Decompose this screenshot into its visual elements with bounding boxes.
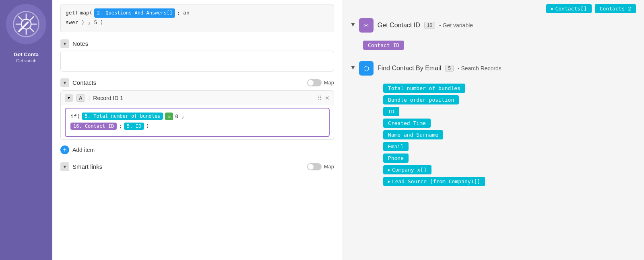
record-divider: | — [89, 95, 90, 101]
f-tag-total-bundles[interactable]: 5. Total number of bundles — [82, 113, 163, 120]
find-contact-subtitle: - Search Records — [458, 65, 502, 72]
tags-row-7: ▶ Company x[] — [383, 165, 636, 174]
tags-row-4: Name and Surname — [383, 130, 636, 139]
tag-total-bundles[interactable]: Total number of bundles — [383, 84, 465, 93]
find-contact-badge: 5 — [445, 65, 454, 72]
find-contact-content: ⬡ Find Contact By Email 5 - Search Recor… — [359, 61, 636, 186]
get-contact-subtitle: - Get variable — [439, 22, 473, 29]
tag-bundle-order[interactable]: Bundle order position — [383, 95, 459, 104]
add-item-button[interactable]: + — [60, 145, 69, 154]
contacts-header: ▼ Contacts Map — [60, 78, 334, 87]
sidebar-sublabel: Get variab — [13, 58, 40, 63]
tags-row-8: ▶ Lead Source (from Company)[] — [383, 177, 636, 186]
find-contact-dropdown-arrow[interactable]: ▼ — [350, 64, 356, 71]
tag-id[interactable]: ID — [383, 107, 399, 116]
code-block: get( map( 2. Questions And Answers[] ; a… — [60, 4, 334, 32]
record-header: ▼ A | Record ID 1 ⠿ ✕ — [61, 91, 334, 105]
tags-row-6: Phone — [383, 154, 636, 163]
get-contact-dropdown-arrow[interactable]: ▼ — [350, 21, 356, 28]
right-panel: ▶ Contacts[] Contacts 2 ▼ ✂ Get Contact … — [342, 0, 644, 260]
smart-links-toggle-switch[interactable] — [307, 163, 322, 170]
smart-links-header: ▼ Smart links Map — [60, 162, 334, 171]
contacts-map-label: Map — [324, 80, 334, 86]
record-actions: ⠿ ✕ — [318, 95, 330, 101]
left-panel: get( map( 2. Questions And Answers[] ; a… — [52, 0, 342, 260]
sidebar-logo — [6, 4, 46, 44]
tag-lead-source[interactable]: ▶ Lead Source (from Company)[] — [383, 177, 485, 186]
close-icon[interactable]: ✕ — [325, 95, 330, 101]
svg-line-6 — [19, 16, 23, 21]
contacts-title: Contacts — [72, 79, 96, 86]
code-semi-an: ; an — [177, 9, 189, 17]
sidebar: Get Conta Get variab — [0, 0, 52, 260]
contacts-array-label: Contacts[] — [555, 6, 586, 12]
find-contact-title: Find Contact By Email — [378, 65, 441, 72]
tag-name-surname[interactable]: Name and Surname — [383, 130, 443, 139]
find-contact-row: ▼ ⬡ Find Contact By Email 5 - Search Rec… — [350, 61, 636, 186]
tags-row-0: Total number of bundles — [383, 84, 636, 93]
notes-title: Notes — [72, 40, 88, 47]
f-tag-5-id[interactable]: 5. ID — [124, 123, 144, 130]
contacts-left: ▼ Contacts — [60, 78, 96, 87]
lead-source-label: Lead Source (from Company)[] — [392, 178, 480, 184]
tag-phone[interactable]: Phone — [383, 154, 409, 163]
f-close: ) — [146, 123, 149, 129]
tag-email[interactable]: Email — [383, 142, 409, 151]
company-label: Company x[] — [392, 167, 427, 173]
code-get: get( — [66, 9, 78, 17]
f-tag-equals[interactable]: = — [165, 113, 173, 120]
drag-icon[interactable]: ⠿ — [318, 95, 322, 101]
f-if: if( — [70, 113, 80, 119]
get-contact-block: ✂ Get Contact ID 16 - Get variable — [359, 18, 473, 33]
find-contact-block: ⬡ Find Contact By Email 5 - Search Recor… — [359, 61, 636, 76]
tags-row-2: ID — [383, 107, 636, 116]
add-item-label: Add item — [72, 147, 95, 153]
record-chevron[interactable]: ▼ — [65, 94, 73, 102]
smart-links-section: ▼ Smart links Map — [52, 159, 342, 174]
smart-links-title: Smart links — [72, 163, 102, 170]
sidebar-label: Get Conta — [10, 51, 42, 57]
f-zero: 0 ; — [175, 113, 184, 119]
contacts-2-tag[interactable]: Contacts 2 — [595, 4, 636, 13]
contacts-chevron[interactable]: ▼ — [60, 78, 69, 87]
contacts-arrow-icon: ▶ — [551, 6, 553, 11]
tags-row-3: Created Time — [383, 119, 636, 128]
tag-created-time[interactable]: Created Time — [383, 119, 431, 128]
get-contact-icon: ✂ — [359, 18, 374, 33]
sidebar-icon — [12, 10, 40, 38]
code-line-2: swer ) ; 5 ) — [66, 18, 329, 27]
contact-id-row: Contact ID — [363, 41, 473, 50]
f-semi: ; — [119, 123, 122, 129]
tags-row-5: Email — [383, 142, 636, 151]
notes-chevron[interactable]: ▼ — [60, 39, 69, 48]
contacts-map-toggle: Map — [307, 79, 334, 86]
code-map: map( — [80, 9, 92, 17]
contact-id-tag[interactable]: Contact ID — [363, 41, 404, 50]
smart-links-toggle-knob — [308, 164, 314, 170]
record-item: ▼ A | Record ID 1 ⠿ ✕ if( 5. Total numbe… — [60, 90, 334, 140]
contacts-toggle-switch[interactable] — [307, 79, 322, 86]
right-top-tags: ▶ Contacts[] Contacts 2 — [350, 4, 636, 13]
add-item-row: + Add item — [60, 143, 334, 156]
smart-links-left: ▼ Smart links — [60, 162, 102, 171]
notes-input[interactable] — [60, 51, 334, 72]
formula-line-1: if( 5. Total number of bundles = 0 ; — [70, 113, 324, 120]
find-contact-icon: ⬡ — [359, 61, 374, 76]
find-contact-tags-grid: Total number of bundles Bundle order pos… — [383, 84, 636, 186]
f-tag-contact-id[interactable]: 16. Contact ID — [70, 123, 117, 130]
code-tag-questions[interactable]: 2. Questions And Answers[] — [94, 8, 175, 18]
code-swer: swer ) ; 5 ) — [66, 18, 103, 27]
smart-links-map-toggle: Map — [307, 163, 334, 170]
smart-links-chevron[interactable]: ▼ — [60, 162, 69, 171]
contacts-array-tag[interactable]: ▶ Contacts[] — [546, 4, 591, 13]
contacts-toggle-knob — [308, 80, 314, 86]
record-name: Record ID 1 — [93, 95, 314, 101]
svg-line-7 — [30, 28, 34, 32]
tags-row-1: Bundle order position — [383, 95, 636, 104]
get-contact-content: ✂ Get Contact ID 16 - Get variable Conta… — [359, 18, 473, 56]
tag-company[interactable]: ▶ Company x[] — [383, 165, 431, 174]
notes-header: ▼ Notes — [60, 39, 334, 48]
smart-links-map-label: Map — [324, 164, 334, 170]
code-line-1: get( map( 2. Questions And Answers[] ; a… — [66, 8, 329, 18]
lead-source-arrow-icon: ▶ — [388, 179, 390, 184]
